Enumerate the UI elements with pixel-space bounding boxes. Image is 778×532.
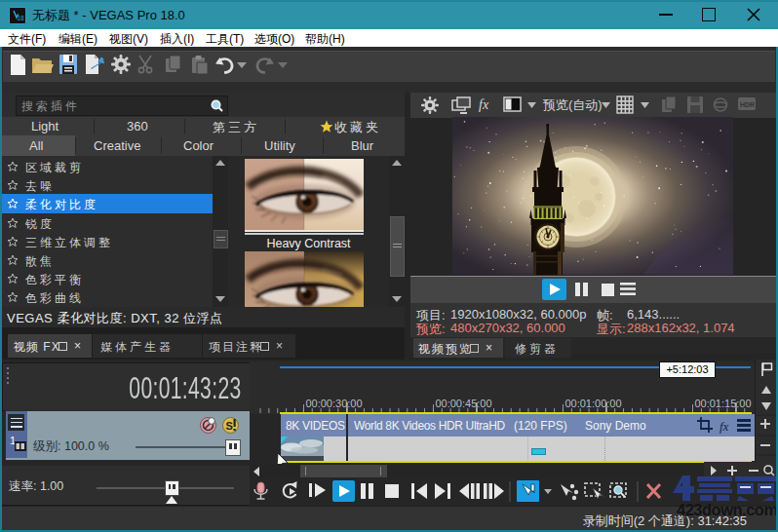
svg-text:00:00:45:00: 00:00:45:00 <box>435 398 491 409</box>
svg-text:00:00:30:00: 00:00:30:00 <box>305 398 362 409</box>
svg-text:fx: fx <box>720 419 729 434</box>
svg-text:HDR: HDR <box>740 101 755 108</box>
svg-text:00:01:00:00: 00:01:00:00 <box>564 398 621 409</box>
svg-text:423down.com: 423down.com <box>677 501 778 518</box>
svg-text:fx: fx <box>479 97 489 112</box>
svg-text:S: S <box>226 420 233 432</box>
svg-text:预览(自动): 预览(自动) <box>542 97 603 112</box>
svg-text:18: 18 <box>18 15 25 21</box>
svg-text:00:01:15:00: 00:01:15:00 <box>694 398 751 409</box>
